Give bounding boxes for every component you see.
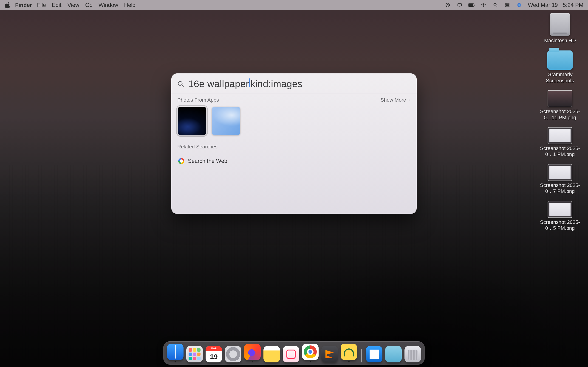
spotlight-search-input[interactable]: 16e wallpaper kind:images (188, 78, 302, 90)
text-caret (250, 78, 250, 87)
menu-date[interactable]: Wed Mar 19 (528, 2, 558, 8)
search-the-web-label: Search the Web (188, 158, 227, 164)
spotlight-window: 16e wallpaper kind:images Photos From Ap… (171, 73, 417, 214)
svg-rect-3 (469, 4, 473, 6)
disk-label: Macintosh HD (544, 38, 576, 44)
dock-calendar[interactable]: MAR19 (206, 346, 222, 362)
desktop-disk[interactable]: Macintosh HD (538, 13, 582, 44)
svg-rect-8 (506, 6, 510, 7)
svg-point-11 (518, 3, 521, 7)
dock-notes[interactable] (263, 346, 280, 362)
folder-label: Grammarly Screenshots (538, 72, 582, 84)
disk-icon (550, 13, 570, 36)
screenshot-label: Screenshot 2025-0…7 PM.png (538, 182, 582, 194)
svg-rect-1 (458, 4, 462, 6)
query-after-caret: kind:images (250, 78, 302, 90)
menu-view[interactable]: View (67, 2, 79, 8)
screenshot-label: Screenshot 2025-0…5 PM.png (538, 219, 582, 232)
svg-point-6 (494, 3, 496, 6)
svg-rect-4 (474, 5, 475, 6)
section-photos-from-apps: Photos From Apps Show More (171, 94, 417, 141)
dock-finder[interactable] (167, 344, 183, 362)
section-title: Photos From Apps (177, 97, 219, 103)
menu-help[interactable]: Help (124, 2, 135, 8)
chevron-right-icon (407, 98, 411, 102)
apple-menu-icon[interactable] (5, 2, 11, 8)
svg-point-0 (446, 3, 450, 7)
menu-bar: Finder File Edit View Go Window Help Wed… (0, 0, 588, 10)
siri-status-icon[interactable] (516, 2, 523, 8)
desktop-icons: Macintosh HD Grammarly Screenshots Scree… (538, 13, 582, 231)
image-thumb-icon (548, 165, 572, 181)
battery-status-icon[interactable] (468, 2, 475, 8)
calendar-month: MAR (206, 346, 222, 351)
menu-time[interactable]: 5:24 PM (563, 2, 583, 8)
show-more-button[interactable]: Show More (380, 97, 411, 103)
image-thumb-icon (548, 127, 572, 144)
svg-point-10 (508, 6, 509, 7)
dock-basecamp[interactable] (341, 344, 357, 362)
menu-app-name[interactable]: Finder (15, 2, 32, 8)
show-more-label: Show More (380, 97, 406, 103)
wifi-status-icon[interactable] (480, 2, 487, 8)
svg-point-5 (483, 6, 484, 7)
dock-launchpad[interactable] (186, 346, 203, 362)
section-related-searches: Related Searches (171, 141, 417, 150)
desktop-screenshot-1[interactable]: Screenshot 2025-0…11 PM.png (538, 91, 582, 121)
dock-chrome[interactable] (302, 344, 319, 362)
dock: MAR19 (163, 341, 425, 365)
search-the-web-row[interactable]: Search the Web (177, 154, 411, 168)
svg-rect-7 (506, 3, 510, 5)
query-before-caret: 16e wallpaper (188, 78, 249, 90)
folder-icon (547, 50, 573, 70)
desktop-screenshot-4[interactable]: Screenshot 2025-0…5 PM.png (538, 201, 582, 232)
dock-appstore[interactable] (366, 346, 382, 362)
menu-go[interactable]: Go (85, 2, 93, 8)
dock-firefox[interactable] (244, 344, 261, 362)
desktop-screenshot-2[interactable]: Screenshot 2025-0…1 PM.png (538, 127, 582, 158)
dock-settings[interactable] (225, 346, 242, 362)
control-center-icon[interactable] (504, 2, 511, 8)
result-thumb-2[interactable] (212, 107, 240, 135)
dock-app-generic[interactable] (283, 346, 299, 362)
spotlight-status-icon[interactable] (492, 2, 499, 8)
desktop-folder[interactable]: Grammarly Screenshots (538, 50, 582, 84)
image-thumb-icon (548, 91, 572, 107)
dock-downloads[interactable] (385, 346, 402, 362)
result-thumb-1[interactable] (178, 107, 206, 135)
search-icon (177, 81, 184, 87)
chrome-favicon-icon (178, 158, 184, 164)
screenshot-label: Screenshot 2025-0…1 PM.png (538, 145, 582, 158)
basecamp-status-icon[interactable] (444, 2, 451, 8)
display-status-icon[interactable] (456, 2, 463, 8)
screenshot-label: Screenshot 2025-0…11 PM.png (538, 108, 582, 121)
image-thumb-icon (548, 201, 572, 217)
section-title: Related Searches (177, 144, 217, 150)
calendar-day: 19 (206, 351, 222, 362)
menu-file[interactable]: File (37, 2, 46, 8)
spotlight-search-row[interactable]: 16e wallpaper kind:images (171, 73, 417, 94)
dock-separator (361, 349, 362, 362)
menu-window[interactable]: Window (99, 2, 118, 8)
dock-trash[interactable] (405, 346, 421, 362)
menu-edit[interactable]: Edit (52, 2, 61, 8)
dock-sublime[interactable] (321, 346, 338, 362)
svg-point-9 (506, 4, 507, 5)
desktop-screenshot-3[interactable]: Screenshot 2025-0…7 PM.png (538, 165, 582, 194)
